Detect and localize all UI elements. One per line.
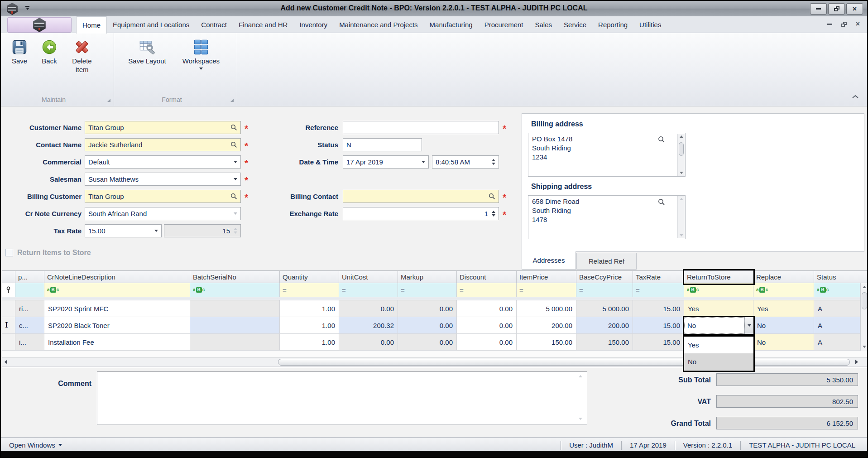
dropdown-option-yes[interactable]: Yes xyxy=(684,337,753,353)
tab-addresses[interactable]: Addresses xyxy=(522,251,576,270)
cell-discount[interactable]: 0.00 xyxy=(457,334,517,351)
cell-replace[interactable]: Yes xyxy=(753,300,814,317)
cell-p[interactable]: c... xyxy=(15,317,44,334)
tab-manufacturing[interactable]: Manufacturing xyxy=(424,16,479,33)
tab-inventory[interactable]: Inventory xyxy=(293,16,333,33)
close-icon[interactable]: × xyxy=(856,20,860,28)
filter-cell-replace[interactable]: aBc xyxy=(753,283,814,297)
cell-status[interactable]: A xyxy=(814,317,860,334)
scroll-down-icon[interactable] xyxy=(863,346,866,348)
returntostore-editor-value[interactable]: No xyxy=(684,317,744,334)
collapse-ribbon-button[interactable] xyxy=(852,92,859,101)
customer-name-input[interactable]: Titan Group xyxy=(85,121,241,134)
filter-cell-discount[interactable]: = xyxy=(457,283,517,297)
filter-cell-unitcost[interactable]: = xyxy=(339,283,398,297)
spinner-icons[interactable] xyxy=(492,211,495,217)
workspaces-button[interactable]: Workspaces xyxy=(175,37,227,70)
filter-cell-returntostore[interactable]: aBc xyxy=(684,283,753,297)
cell-taxrate[interactable]: 15.00 xyxy=(633,334,684,351)
dropdown-option-no[interactable]: No xyxy=(684,353,753,370)
salesman-select[interactable]: Susan Matthews xyxy=(85,173,241,186)
filter-cell-p[interactable] xyxy=(15,283,44,297)
save-layout-button[interactable]: Save Layout xyxy=(120,37,175,70)
dialog-launcher-icon[interactable] xyxy=(230,99,234,102)
header-discount[interactable]: Discount xyxy=(457,271,517,283)
filter-pin-icon[interactable] xyxy=(2,283,15,297)
tab-reporting[interactable]: Reporting xyxy=(592,16,633,33)
scrollbar[interactable] xyxy=(677,134,685,176)
search-icon[interactable] xyxy=(658,136,665,143)
header-status[interactable]: Status xyxy=(814,271,868,283)
cell-description[interactable]: Installation Fee xyxy=(44,334,190,351)
cell-status[interactable]: A xyxy=(814,334,860,351)
cell-batchserialno[interactable] xyxy=(190,300,280,317)
close-button[interactable]: × xyxy=(846,3,863,14)
app-menu-button[interactable] xyxy=(7,17,72,33)
scroll-up-icon[interactable] xyxy=(680,135,683,138)
header-returntostore[interactable]: ReturnToStore xyxy=(684,271,753,283)
save-button[interactable]: Save xyxy=(5,37,34,74)
chevron-down-icon[interactable] xyxy=(422,161,425,163)
tab-home[interactable]: Home xyxy=(76,16,107,34)
scrollbar[interactable] xyxy=(677,196,685,238)
shipping-address-box[interactable]: 658 Dime Road South Riding 1478 xyxy=(528,195,686,239)
chevron-down-icon[interactable] xyxy=(154,230,158,232)
dropdown-button[interactable] xyxy=(744,317,753,334)
chevron-down-icon[interactable] xyxy=(234,161,237,163)
qat-dropdown-icon[interactable] xyxy=(25,6,29,10)
cell-batchserialno[interactable] xyxy=(190,317,280,334)
billing-customer-input[interactable]: Titan Group xyxy=(85,190,241,203)
cell-quantity[interactable]: 1.00 xyxy=(280,334,339,351)
tab-related-ref[interactable]: Related Ref xyxy=(576,253,637,270)
cell-returntostore[interactable]: Yes xyxy=(684,300,753,317)
minimize-icon[interactable] xyxy=(827,24,832,25)
header-p[interactable]: p... xyxy=(15,271,44,283)
cell-itemprice[interactable]: 150.00 xyxy=(517,334,576,351)
cell-markup[interactable]: 0.00 xyxy=(398,334,457,351)
cell-taxrate[interactable]: 15.00 xyxy=(633,317,684,334)
cell-markup[interactable]: 0.00 xyxy=(398,317,457,334)
scroll-up-icon[interactable] xyxy=(863,286,866,288)
cell-quantity[interactable]: 1.00 xyxy=(280,317,339,334)
cell-unitcost[interactable]: 0.00 xyxy=(339,300,398,317)
header-baseccyprice[interactable]: BaseCcyPrice xyxy=(576,271,633,283)
billing-address-box[interactable]: PO Box 1478 South Riding 1234 xyxy=(528,133,686,177)
header-markup[interactable]: Markup xyxy=(398,271,457,283)
filter-cell-taxrate[interactable]: = xyxy=(633,283,684,297)
scrollbar-thumb[interactable] xyxy=(278,359,850,366)
tab-maintenance-and-projects[interactable]: Maintenance and Projects xyxy=(333,16,423,33)
row-indicator[interactable] xyxy=(2,334,15,351)
dialog-launcher-icon[interactable] xyxy=(107,99,110,102)
filter-cell-markup[interactable]: = xyxy=(398,283,457,297)
restore-icon[interactable] xyxy=(841,22,847,27)
returntostore-editor[interactable]: No xyxy=(683,316,755,335)
tab-sales[interactable]: Sales xyxy=(529,16,558,33)
filter-cell-status[interactable]: aBc xyxy=(814,283,860,297)
cell-p[interactable]: i... xyxy=(15,334,44,351)
cell-unitcost[interactable]: 0.00 xyxy=(339,334,398,351)
search-icon[interactable] xyxy=(489,193,495,200)
cell-status[interactable]: A xyxy=(814,300,860,317)
tab-service[interactable]: Service xyxy=(558,16,592,33)
cell-baseccyprice[interactable]: 5 000.00 xyxy=(576,300,633,317)
search-icon[interactable] xyxy=(230,141,237,148)
chevron-down-icon[interactable] xyxy=(234,178,237,180)
billing-contact-input[interactable] xyxy=(343,190,499,203)
cell-baseccyprice[interactable]: 150.00 xyxy=(576,334,633,351)
search-icon[interactable] xyxy=(230,124,237,131)
search-icon[interactable] xyxy=(230,193,237,200)
minimize-button[interactable] xyxy=(810,3,827,14)
tab-equipment-and-locations[interactable]: Equipment and Locations xyxy=(107,16,195,33)
search-icon[interactable] xyxy=(658,198,665,206)
cell-baseccyprice[interactable]: 200.00 xyxy=(576,317,633,334)
tax-rate-select[interactable]: 15.00 xyxy=(85,224,162,237)
scroll-down-icon[interactable] xyxy=(680,172,683,174)
scroll-right-icon[interactable] xyxy=(855,360,858,364)
scrollbar-thumb[interactable] xyxy=(679,142,684,156)
header-unitcost[interactable]: UnitCost xyxy=(339,271,398,283)
cell-discount[interactable]: 0.00 xyxy=(457,317,517,334)
delete-item-button[interactable]: Delete Item xyxy=(64,37,100,74)
filter-cell-baseccyprice[interactable]: = xyxy=(576,283,633,297)
tab-contract[interactable]: Contract xyxy=(195,16,233,33)
cell-itemprice[interactable]: 5 000.00 xyxy=(517,300,576,317)
